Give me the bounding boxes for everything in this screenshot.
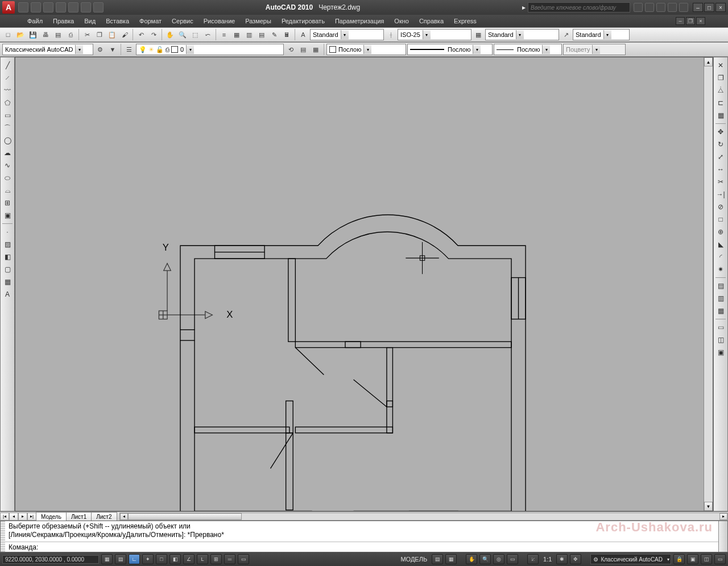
open-icon[interactable]: 📂 [15, 29, 26, 40]
hscroll-right-button[interactable]: ▸ [719, 513, 727, 520]
tab-sheet1[interactable]: Лист1 [66, 512, 92, 521]
vertical-scrollbar[interactable]: ▲ ▼ [704, 57, 713, 511]
spline-icon[interactable]: ∿ [2, 160, 13, 171]
pan-status-icon[interactable]: ✋ [466, 554, 477, 564]
osnap-toggle[interactable]: □ [156, 554, 167, 564]
linetype-combo[interactable]: Послою▾ [407, 44, 493, 55]
menu-help[interactable]: Справка [415, 16, 448, 26]
new-icon[interactable]: □ [2, 29, 14, 40]
hardware-accel-icon[interactable]: ▣ [687, 554, 698, 564]
qp-toggle[interactable]: ▭ [238, 554, 249, 564]
drawing-utilities-icon[interactable]: ▥ [715, 293, 726, 304]
table-style-combo[interactable]: Standard▾ [485, 29, 559, 40]
fillet-icon[interactable]: ◜ [715, 251, 726, 263]
quickcalc-icon[interactable]: 🖩 [281, 29, 292, 40]
layer-iso-icon[interactable]: ▦ [310, 44, 321, 55]
menu-window[interactable]: Окно [390, 16, 413, 26]
tab-model[interactable]: Модель [36, 512, 67, 521]
qat-saveas-icon[interactable] [56, 2, 66, 13]
tab-next-button[interactable]: ▸ [18, 513, 27, 521]
menu-edit[interactable]: Правка [48, 16, 78, 26]
hscroll-left-button[interactable]: ◂ [120, 513, 128, 520]
mtext-icon[interactable]: A [2, 289, 13, 300]
ellipse-icon[interactable]: ⬭ [2, 172, 13, 184]
isolate-objects-icon[interactable]: ◫ [701, 554, 712, 564]
layer-prev-icon[interactable]: ⟲ [285, 44, 296, 55]
menu-parametric[interactable]: Параметризация [330, 16, 388, 26]
coordinates-readout[interactable]: 9220.0000, 2030.0000 , 0.0000 [2, 555, 99, 564]
polyline-icon[interactable]: 〰 [2, 85, 13, 96]
qat-open-icon[interactable] [31, 2, 41, 13]
join-icon[interactable]: ⊕ [715, 226, 726, 238]
minimize-button[interactable]: – [693, 3, 703, 12]
plotstyle-combo[interactable]: Поцвету▾ [563, 44, 626, 55]
markup-icon[interactable]: ✎ [268, 29, 280, 40]
horizontal-scrollbar[interactable]: ◂ ▸ [119, 513, 729, 521]
steering-wheel-icon[interactable]: ◎ [493, 554, 504, 564]
menu-insert[interactable]: Вставка [101, 16, 134, 26]
table-icon[interactable]: ▦ [2, 276, 13, 288]
copy-icon[interactable]: ❐ [94, 29, 105, 40]
line-icon[interactable]: ╱ [2, 60, 13, 71]
zoom-status-icon[interactable]: 🔍 [479, 554, 491, 564]
redo-icon[interactable]: ↷ [148, 29, 159, 40]
tablestyle-icon[interactable]: ▦ [473, 29, 484, 40]
toolbar-lock-icon[interactable]: 🔒 [673, 554, 685, 564]
polygon-icon[interactable]: ⬠ [2, 97, 13, 109]
favorites-icon[interactable] [668, 3, 677, 12]
qat-new-icon[interactable] [18, 2, 28, 13]
zoom-prev-icon[interactable]: ⤺ [202, 29, 213, 40]
point-icon[interactable]: · [2, 226, 13, 238]
command-prompt[interactable]: Команда: [5, 542, 718, 552]
extend-icon[interactable]: →| [715, 189, 726, 200]
mleader-style-combo[interactable]: Standard▾ [573, 29, 630, 40]
mdi-minimize[interactable]: – [676, 17, 685, 25]
otrack-toggle[interactable]: ∠ [183, 554, 195, 564]
ducs-toggle[interactable]: L [197, 554, 208, 564]
annotation-scale-icon[interactable]: ⟀ [527, 554, 539, 564]
sheet-set-icon[interactable]: ▤ [256, 29, 267, 40]
dyn-toggle[interactable]: ⊞ [210, 554, 222, 564]
save-icon[interactable]: 💾 [27, 29, 39, 40]
tool-palettes-icon[interactable]: ▥ [243, 29, 255, 40]
layer-combo[interactable]: 💡☀🔓⎙ 0▾ [136, 44, 284, 55]
menu-view[interactable]: Вид [80, 16, 100, 26]
make-block-icon[interactable]: ▣ [2, 210, 13, 221]
command-history[interactable]: Arch-Ushakova.ruВыберите обрезаемый (+Sh… [5, 521, 718, 542]
close-button[interactable]: × [715, 3, 726, 12]
annotation-visibility-icon[interactable]: ✱ [556, 554, 568, 564]
showmotion-icon[interactable]: ▭ [507, 554, 518, 564]
polar-toggle[interactable]: ✦ [142, 554, 154, 564]
3dosnap-toggle[interactable]: ◧ [169, 554, 181, 564]
move-icon[interactable]: ✥ [715, 126, 726, 138]
menu-express[interactable]: Express [449, 16, 481, 26]
app-logo[interactable]: A [2, 1, 15, 14]
zoom-window-icon[interactable]: ⬚ [189, 29, 201, 40]
insert-block-icon[interactable]: ⊞ [2, 197, 13, 209]
lineweight-combo[interactable]: Послою▾ [494, 44, 562, 55]
drawing-props-icon[interactable]: ▦ [715, 305, 726, 317]
zoom-realtime-icon[interactable]: 🔍 [177, 29, 188, 40]
region-icon[interactable]: ▢ [2, 264, 13, 275]
trim-icon[interactable]: ✂ [715, 176, 726, 188]
qat-print-icon[interactable] [93, 2, 104, 13]
pan-icon[interactable]: ✋ [164, 29, 176, 40]
circle-icon[interactable]: ◯ [2, 135, 13, 146]
hscroll-thumb[interactable] [128, 513, 242, 520]
break-point-icon[interactable]: ⊘ [715, 201, 726, 213]
lwt-toggle[interactable]: ═ [224, 554, 235, 564]
qat-redo-icon[interactable] [81, 2, 91, 13]
comm-center-icon[interactable] [656, 3, 665, 12]
text-style-combo[interactable]: Standard▾ [310, 29, 384, 40]
workspace-settings-icon[interactable]: ⚙ [94, 44, 106, 55]
rectangle-icon[interactable]: ▭ [2, 110, 13, 121]
model-paper-toggle[interactable]: МОДЕЛЬ [398, 556, 429, 563]
layout-temp-icon[interactable]: ▣ [715, 347, 726, 358]
layout-wizard-icon[interactable]: ◫ [715, 334, 726, 346]
mdi-restore[interactable]: ❐ [686, 17, 695, 25]
plot-icon[interactable]: 🖶 [40, 29, 51, 40]
scroll-track[interactable] [704, 66, 713, 502]
design-center-icon[interactable]: ▦ [231, 29, 242, 40]
menu-modify[interactable]: Редактировать [277, 16, 329, 26]
hatch-icon[interactable]: ▨ [2, 239, 13, 250]
